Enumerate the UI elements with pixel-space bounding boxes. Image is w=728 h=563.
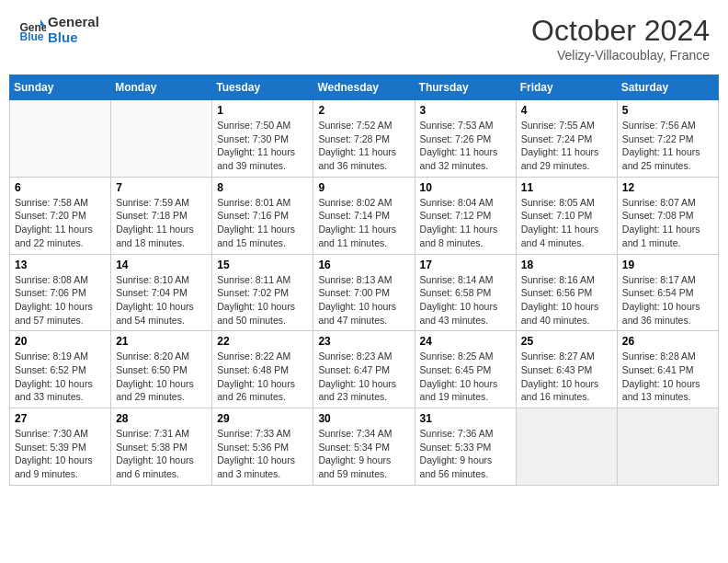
calendar-cell: 12Sunrise: 8:07 AM Sunset: 7:08 PM Dayli…	[617, 177, 718, 254]
day-number: 16	[318, 259, 409, 271]
logo-icon: General Blue	[18, 16, 46, 43]
calendar-cell: 2Sunrise: 7:52 AM Sunset: 7:28 PM Daylig…	[313, 100, 415, 178]
day-number: 17	[420, 259, 511, 271]
day-info: Sunrise: 8:08 AM Sunset: 7:06 PM Dayligh…	[15, 273, 106, 327]
day-info: Sunrise: 8:19 AM Sunset: 6:52 PM Dayligh…	[15, 350, 106, 404]
day-info: Sunrise: 8:07 AM Sunset: 7:08 PM Dayligh…	[622, 196, 713, 250]
weekday-header-wednesday: Wednesday	[313, 75, 415, 100]
calendar-cell: 15Sunrise: 8:11 AM Sunset: 7:02 PM Dayli…	[212, 254, 313, 331]
calendar-cell	[617, 408, 718, 486]
day-number: 18	[521, 259, 612, 271]
day-number: 6	[15, 181, 106, 194]
day-number: 25	[521, 335, 612, 348]
day-number: 30	[318, 412, 409, 425]
day-info: Sunrise: 8:14 AM Sunset: 6:58 PM Dayligh…	[420, 273, 511, 327]
calendar-cell: 31Sunrise: 7:36 AM Sunset: 5:33 PM Dayli…	[415, 408, 516, 486]
day-info: Sunrise: 8:22 AM Sunset: 6:48 PM Dayligh…	[217, 350, 308, 404]
day-number: 12	[622, 181, 713, 194]
calendar-cell: 30Sunrise: 7:34 AM Sunset: 5:34 PM Dayli…	[313, 408, 415, 486]
day-number: 1	[217, 104, 308, 117]
calendar-cell: 5Sunrise: 7:56 AM Sunset: 7:22 PM Daylig…	[617, 100, 718, 178]
logo-line2: Blue	[48, 29, 99, 45]
calendar-cell: 22Sunrise: 8:22 AM Sunset: 6:48 PM Dayli…	[212, 331, 313, 408]
day-number: 11	[521, 181, 612, 194]
calendar-cell: 28Sunrise: 7:31 AM Sunset: 5:38 PM Dayli…	[111, 408, 212, 486]
calendar-cell: 27Sunrise: 7:30 AM Sunset: 5:39 PM Dayli…	[10, 408, 111, 486]
day-number: 5	[622, 104, 713, 117]
page-header: General Blue General Blue October 2024 V…	[9, 9, 719, 67]
day-info: Sunrise: 8:11 AM Sunset: 7:02 PM Dayligh…	[217, 273, 308, 327]
calendar-cell: 7Sunrise: 7:59 AM Sunset: 7:18 PM Daylig…	[111, 177, 212, 254]
calendar-cell: 11Sunrise: 8:05 AM Sunset: 7:10 PM Dayli…	[516, 177, 617, 254]
calendar-table: SundayMondayTuesdayWednesdayThursdayFrid…	[9, 75, 719, 486]
calendar-cell: 23Sunrise: 8:23 AM Sunset: 6:47 PM Dayli…	[313, 331, 415, 408]
day-info: Sunrise: 8:25 AM Sunset: 6:45 PM Dayligh…	[420, 350, 511, 404]
calendar-cell: 6Sunrise: 7:58 AM Sunset: 7:20 PM Daylig…	[10, 177, 111, 254]
day-number: 23	[318, 335, 409, 348]
week-row-3: 13Sunrise: 8:08 AM Sunset: 7:06 PM Dayli…	[10, 254, 719, 331]
calendar-cell: 16Sunrise: 8:13 AM Sunset: 7:00 PM Dayli…	[313, 254, 415, 331]
day-info: Sunrise: 8:23 AM Sunset: 6:47 PM Dayligh…	[318, 350, 409, 404]
day-number: 8	[217, 181, 308, 194]
day-info: Sunrise: 8:13 AM Sunset: 7:00 PM Dayligh…	[318, 273, 409, 327]
calendar-cell: 14Sunrise: 8:10 AM Sunset: 7:04 PM Dayli…	[111, 254, 212, 331]
day-info: Sunrise: 7:58 AM Sunset: 7:20 PM Dayligh…	[15, 196, 106, 250]
weekday-header-friday: Friday	[516, 75, 617, 100]
day-number: 13	[15, 259, 106, 271]
logo-line1: General	[48, 14, 99, 29]
day-number: 4	[521, 104, 612, 117]
day-number: 15	[217, 259, 308, 271]
calendar-cell: 3Sunrise: 7:53 AM Sunset: 7:26 PM Daylig…	[415, 100, 516, 178]
week-row-5: 27Sunrise: 7:30 AM Sunset: 5:39 PM Dayli…	[10, 408, 719, 486]
calendar-cell	[10, 100, 111, 178]
calendar-cell	[516, 408, 617, 486]
day-info: Sunrise: 7:52 AM Sunset: 7:28 PM Dayligh…	[318, 119, 409, 173]
weekday-header-sunday: Sunday	[10, 75, 111, 100]
calendar-cell: 4Sunrise: 7:55 AM Sunset: 7:24 PM Daylig…	[516, 100, 617, 178]
day-info: Sunrise: 7:53 AM Sunset: 7:26 PM Dayligh…	[420, 119, 511, 173]
weekday-header-thursday: Thursday	[415, 75, 516, 100]
day-number: 2	[318, 104, 409, 117]
calendar-cell: 21Sunrise: 8:20 AM Sunset: 6:50 PM Dayli…	[111, 331, 212, 408]
day-number: 14	[116, 259, 207, 271]
day-number: 9	[318, 181, 409, 194]
day-number: 10	[420, 181, 511, 194]
day-info: Sunrise: 7:30 AM Sunset: 5:39 PM Dayligh…	[15, 427, 106, 481]
calendar-cell: 25Sunrise: 8:27 AM Sunset: 6:43 PM Dayli…	[516, 331, 617, 408]
calendar-cell: 8Sunrise: 8:01 AM Sunset: 7:16 PM Daylig…	[212, 177, 313, 254]
day-info: Sunrise: 7:59 AM Sunset: 7:18 PM Dayligh…	[116, 196, 207, 250]
day-info: Sunrise: 7:33 AM Sunset: 5:36 PM Dayligh…	[217, 427, 308, 481]
day-info: Sunrise: 8:04 AM Sunset: 7:12 PM Dayligh…	[420, 196, 511, 250]
calendar-cell: 26Sunrise: 8:28 AM Sunset: 6:41 PM Dayli…	[617, 331, 718, 408]
calendar-cell: 24Sunrise: 8:25 AM Sunset: 6:45 PM Dayli…	[415, 331, 516, 408]
day-info: Sunrise: 8:16 AM Sunset: 6:56 PM Dayligh…	[521, 273, 612, 327]
weekday-header-monday: Monday	[111, 75, 212, 100]
day-number: 20	[15, 335, 106, 348]
calendar-cell	[111, 100, 212, 178]
day-number: 3	[420, 104, 511, 117]
weekday-header-tuesday: Tuesday	[212, 75, 313, 100]
calendar-cell: 9Sunrise: 8:02 AM Sunset: 7:14 PM Daylig…	[313, 177, 415, 254]
day-number: 7	[116, 181, 207, 194]
day-info: Sunrise: 8:01 AM Sunset: 7:16 PM Dayligh…	[217, 196, 308, 250]
calendar-cell: 17Sunrise: 8:14 AM Sunset: 6:58 PM Dayli…	[415, 254, 516, 331]
location-subtitle: Velizy-Villacoublay, France	[531, 48, 710, 63]
logo: General Blue General Blue	[18, 14, 99, 45]
day-number: 26	[622, 335, 713, 348]
day-info: Sunrise: 7:34 AM Sunset: 5:34 PM Dayligh…	[318, 427, 409, 481]
day-info: Sunrise: 8:28 AM Sunset: 6:41 PM Dayligh…	[622, 350, 713, 404]
day-info: Sunrise: 7:55 AM Sunset: 7:24 PM Dayligh…	[521, 119, 612, 173]
day-number: 22	[217, 335, 308, 348]
day-number: 28	[116, 412, 207, 425]
calendar-cell: 10Sunrise: 8:04 AM Sunset: 7:12 PM Dayli…	[415, 177, 516, 254]
week-row-2: 6Sunrise: 7:58 AM Sunset: 7:20 PM Daylig…	[10, 177, 719, 254]
day-info: Sunrise: 8:27 AM Sunset: 6:43 PM Dayligh…	[521, 350, 612, 404]
week-row-1: 1Sunrise: 7:50 AM Sunset: 7:30 PM Daylig…	[10, 100, 719, 178]
day-info: Sunrise: 7:36 AM Sunset: 5:33 PM Dayligh…	[420, 427, 511, 481]
day-number: 29	[217, 412, 308, 425]
calendar-cell: 19Sunrise: 8:17 AM Sunset: 6:54 PM Dayli…	[617, 254, 718, 331]
month-title: October 2024	[531, 14, 710, 48]
day-number: 19	[622, 259, 713, 271]
day-number: 21	[116, 335, 207, 348]
day-info: Sunrise: 8:05 AM Sunset: 7:10 PM Dayligh…	[521, 196, 612, 250]
